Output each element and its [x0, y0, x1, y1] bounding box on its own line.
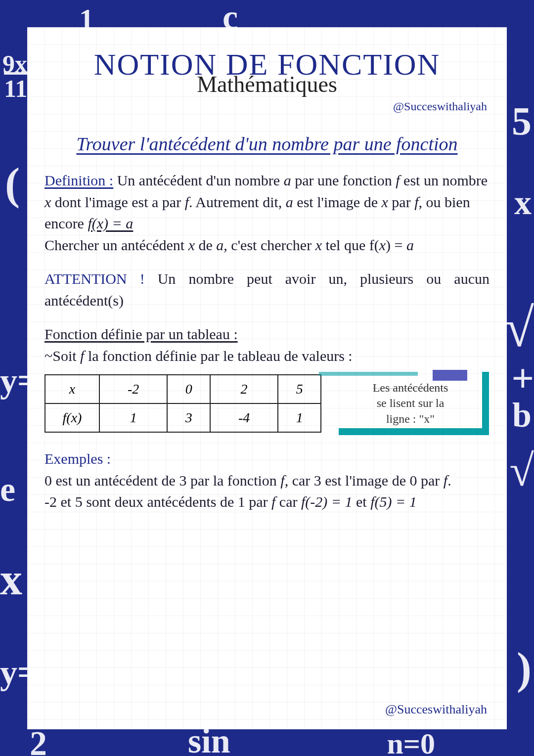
bg-glyph: √ [504, 297, 534, 359]
ex-text: , car 3 est l'image de 0 par [285, 472, 444, 489]
cell-x: -2 [99, 375, 167, 403]
cell-fx: 1 [99, 403, 167, 432]
note-frame [482, 372, 489, 435]
table-intro-text: ~Soit [44, 348, 80, 364]
def-var-x: x [315, 237, 322, 253]
def-var-a: a [286, 194, 293, 210]
cell-x: 5 [278, 375, 321, 403]
table-intro: Fonction définie par un tableau : ~Soit … [44, 323, 490, 366]
table-heading: Fonction définie par un tableau : [44, 326, 238, 342]
bg-glyph: 11 [4, 74, 27, 103]
tape-icon [433, 370, 467, 381]
note-frame [339, 428, 489, 435]
examples-label: Exemples : [44, 450, 111, 467]
ex-eq: f(-2) = 1 [301, 493, 353, 510]
ex-text: -2 et 5 sont deux antécédents de 1 par [44, 493, 271, 510]
cell-x: 0 [167, 375, 210, 403]
def-text: dont l'image est a par [51, 194, 184, 210]
author-handle-bottom: @Succeswithaliyah [385, 702, 487, 717]
bg-glyph: b [512, 396, 532, 435]
def-var-x: x [44, 194, 51, 210]
bg-glyph: x [514, 183, 532, 222]
bg-glyph: + [511, 356, 534, 401]
ex-text: et [353, 493, 371, 510]
def-text: Chercher un antécédent [44, 237, 188, 253]
def-text: . Autrement dit, [189, 194, 286, 210]
def-var-x: x [188, 237, 195, 253]
title-block: NOTION DE FONCTION Mathématiques [42, 47, 492, 97]
bg-glyph: n=0 [387, 727, 435, 756]
bg-glyph: √ [510, 445, 534, 496]
def-text: par une fonction [291, 172, 396, 188]
cell-x: 2 [210, 375, 278, 403]
cell-fx: 1 [278, 403, 321, 432]
section-heading: Trouver l'antécédent d'un nombre par une… [42, 133, 492, 155]
def-var-x: x [382, 194, 388, 210]
row-label-x: x [45, 375, 99, 403]
note-line: Les antécédents [373, 380, 448, 396]
ex-var-f: f [444, 472, 447, 489]
def-var-a: a [406, 237, 414, 253]
note-line: se lisent sur la [377, 396, 445, 411]
bg-glyph: 5 [512, 99, 532, 144]
table-row-wrap: x -2 0 2 5 f(x) 1 3 -4 1 Les antécédents… [44, 374, 490, 433]
ex-var-f: f [280, 472, 284, 489]
def-var-f: f [396, 172, 400, 188]
ex-text: 0 est un antécédent de 3 par la fonction [44, 472, 280, 489]
definition-paragraph: Definition : Un antécédent d'un nombre a… [44, 170, 490, 256]
document-page: NOTION DE FONCTION Mathématiques @Succes… [27, 27, 507, 729]
note-line: ligne : "x" [386, 411, 435, 427]
def-var-f: f [185, 194, 189, 210]
definition-label: Definition : [44, 172, 113, 188]
def-var-x: x [379, 237, 386, 253]
bg-glyph: x [0, 554, 22, 605]
table-intro-text: la fonction définie par le tableau de va… [84, 348, 352, 364]
bg-glyph: 9x [2, 49, 27, 78]
def-text: est un nombre [400, 172, 488, 188]
row-label-fx: f(x) [45, 403, 99, 432]
def-text: Un antécédent d'un nombre [113, 172, 283, 188]
bg-glyph: ( [5, 158, 20, 209]
ex-text: . [447, 472, 451, 489]
author-handle-top: @Succeswithaliyah [42, 100, 487, 113]
def-equation: f(x) = a [88, 215, 133, 231]
def-text: est l'image de [293, 194, 382, 210]
attention-paragraph: ATTENTION ! Un nombre peut avoir un, plu… [44, 268, 490, 311]
cell-fx: -4 [210, 403, 278, 432]
def-text: tel que f( [322, 237, 379, 253]
bg-glyph: ) [517, 643, 532, 694]
def-var-a: a [284, 172, 291, 188]
bg-glyph: e [0, 470, 15, 509]
attention-label: ATTENTION ! [44, 270, 145, 287]
ex-eq: f(5) = 1 [370, 493, 417, 510]
examples-paragraph: Exemples : 0 est un antécédent de 3 par … [44, 448, 490, 513]
def-text: par [388, 194, 414, 210]
def-var-a: a [216, 237, 223, 253]
def-text: de [195, 237, 216, 253]
note-frame [319, 372, 418, 376]
cell-fx: 3 [167, 403, 210, 432]
def-text: , c'est chercher [223, 237, 315, 253]
ex-text: car [275, 493, 301, 510]
def-text: ) = [386, 237, 406, 253]
table-row: f(x) 1 3 -4 1 [45, 403, 321, 432]
table-row: x -2 0 2 5 [45, 375, 321, 403]
sticky-note: Les antécédents se lisent sur la ligne :… [334, 374, 487, 433]
value-table: x -2 0 2 5 f(x) 1 3 -4 1 [44, 374, 321, 433]
